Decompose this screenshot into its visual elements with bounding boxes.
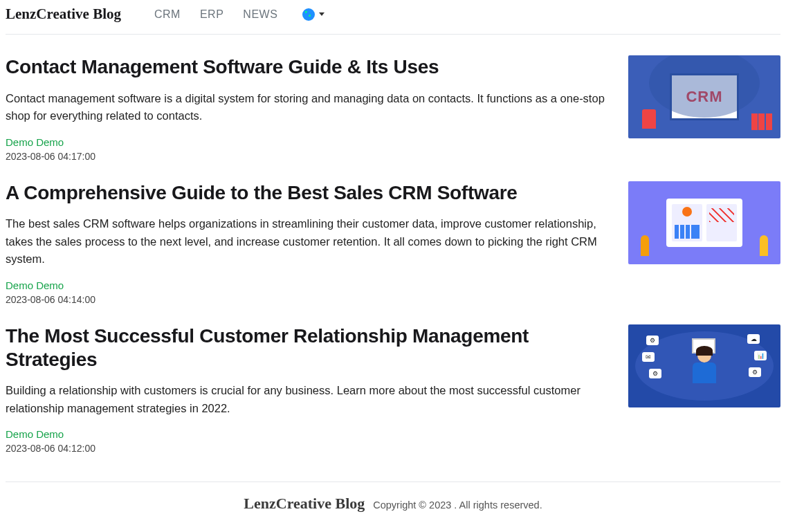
post-item: Contact Management Software Guide & Its … — [6, 55, 780, 162]
post-date: 2023-08-06 04:14:00 — [6, 294, 606, 305]
post-author-link[interactable]: Demo Demo — [6, 428, 606, 440]
post-title[interactable]: The Most Successful Customer Relationshi… — [6, 324, 606, 371]
footer-brand: LenzCreative Blog — [244, 495, 365, 513]
post-body: Contact Management Software Guide & Its … — [6, 55, 606, 162]
nav-link-erp[interactable]: ERP — [200, 8, 223, 21]
nav-link-news[interactable]: NEWS — [243, 8, 277, 21]
post-author-link[interactable]: Demo Demo — [6, 279, 606, 291]
navbar: LenzCreative Blog CRM ERP NEWS — [0, 0, 786, 34]
footer-copyright: Copyright © 2023 . All rights reserved. — [373, 499, 542, 511]
post-excerpt: Building a relationship with customers i… — [6, 382, 606, 417]
brand-link[interactable]: LenzCreative Blog — [6, 6, 121, 23]
chevron-down-icon — [319, 12, 325, 16]
post-list: Contact Management Software Guide & Its … — [0, 55, 786, 454]
post-thumbnail[interactable]: ⚙✉⚙ ☁📊⚙ — [628, 324, 780, 407]
post-title[interactable]: Contact Management Software Guide & Its … — [6, 55, 606, 79]
header-divider — [6, 34, 780, 35]
globe-icon — [302, 8, 315, 21]
post-excerpt: The best sales CRM software helps organi… — [6, 215, 606, 268]
post-title[interactable]: A Comprehensive Guide to the Best Sales … — [6, 181, 606, 205]
post-thumbnail[interactable] — [628, 181, 780, 264]
post-date: 2023-08-06 04:17:00 — [6, 151, 606, 162]
language-dropdown[interactable] — [302, 8, 325, 21]
post-item: The Most Successful Customer Relationshi… — [6, 324, 780, 454]
post-excerpt: Contact management software is a digital… — [6, 90, 606, 125]
footer-divider — [6, 481, 780, 482]
post-body: The Most Successful Customer Relationshi… — [6, 324, 606, 454]
post-item: A Comprehensive Guide to the Best Sales … — [6, 181, 780, 305]
post-thumbnail[interactable]: CRM — [628, 55, 780, 138]
post-date: 2023-08-06 04:12:00 — [6, 443, 606, 454]
post-author-link[interactable]: Demo Demo — [6, 136, 606, 148]
nav-link-crm[interactable]: CRM — [154, 8, 181, 21]
post-body: A Comprehensive Guide to the Best Sales … — [6, 181, 606, 305]
footer: LenzCreative Blog Copyright © 2023 . All… — [0, 495, 786, 529]
